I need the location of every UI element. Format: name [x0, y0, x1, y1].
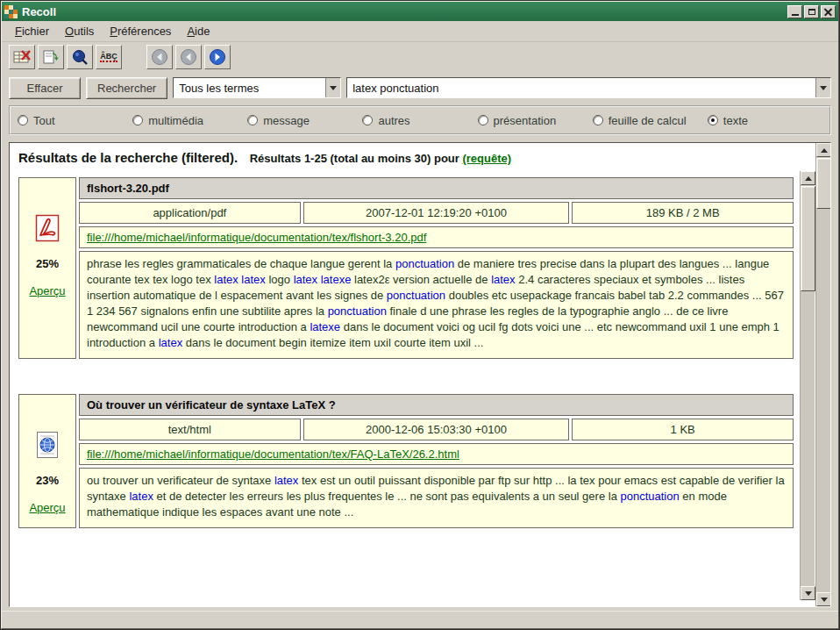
filter-label: présentation — [494, 114, 557, 127]
filter-tout[interactable]: Tout — [18, 114, 132, 127]
summary-range: 1-25 (total au moins 30) pour — [304, 152, 459, 165]
update-index-icon — [42, 49, 60, 65]
result-url[interactable]: file:///home/michael/informatique/docume… — [87, 231, 426, 244]
preview-link[interactable]: Aperçu — [29, 501, 65, 514]
menu-aide[interactable]: Aide — [179, 22, 217, 40]
window-title: Recoll — [22, 5, 783, 18]
titlebar[interactable]: Recoll — [2, 2, 838, 21]
result-url[interactable]: file:///home/michael/informatique/docume… — [87, 447, 459, 461]
doc-icon — [35, 430, 60, 460]
menubar: FichierOutilsPréférencesAide — [2, 21, 838, 42]
radio-selected-icon — [708, 115, 718, 125]
relevance-percent: 25% — [36, 257, 59, 270]
scrollbar-thumb[interactable] — [816, 158, 831, 209]
minimize-icon — [792, 14, 799, 16]
result-list: 25% Aperçu flshort-3.20.pdf application/… — [17, 177, 795, 528]
results-content: Résultats de la recherche (filtered). Ré… — [10, 143, 799, 606]
pdf-icon — [35, 214, 60, 242]
result-meta-row: text/html 2000-12-06 15:03:30 +0100 1 KB — [79, 419, 794, 440]
result-meta-row: application/pdf 2007-12-01 12:19:20 +010… — [79, 202, 794, 224]
doc-size: 189 KB / 2 MB — [572, 202, 794, 224]
mime-type: text/html — [79, 419, 301, 440]
first-page-button[interactable] — [146, 45, 173, 69]
filter-texte[interactable]: texte — [708, 114, 822, 127]
result-side-panel: 25% Aperçu — [18, 177, 76, 359]
start-query-button[interactable] — [67, 45, 93, 69]
scroll-down-icon[interactable] — [801, 586, 815, 600]
toolbar: ÂBÇ — [2, 42, 838, 72]
filter-label: texte — [723, 114, 748, 127]
search-mode-value: Tous les termes — [174, 82, 325, 95]
filter-label: autres — [378, 114, 409, 127]
minimize-button[interactable] — [787, 5, 802, 18]
chevron-down-icon[interactable] — [325, 78, 340, 97]
next-page-button[interactable] — [204, 45, 231, 69]
result-item: 23% Aperçu Où trouver un vérificateur de… — [18, 394, 794, 528]
radio-icon — [593, 115, 603, 125]
search-button[interactable]: Rechercher — [86, 77, 167, 99]
query-combo[interactable] — [346, 77, 831, 98]
start-query-icon — [71, 49, 89, 65]
filter-multimedia[interactable]: multimédia — [132, 114, 247, 127]
result-detail: Où trouver un vérificateur de syntaxe La… — [79, 394, 794, 528]
result-detail: flshort-3.20.pdf application/pdf 2007-12… — [79, 177, 794, 359]
filter-message[interactable]: message — [247, 114, 362, 127]
filter-feuille-de-calcul[interactable]: feuille de calcul — [593, 114, 708, 127]
result-snippet: phrase les regles grammaticales de chaqu… — [79, 251, 794, 359]
filter-autres[interactable]: autres — [362, 114, 477, 127]
term-explorer-button[interactable]: ÂBÇ — [96, 45, 122, 69]
menu-fichier[interactable]: Fichier — [7, 22, 57, 40]
results-pane: Résultats de la recherche (filtered). Ré… — [9, 142, 831, 607]
arrow-left-disabled-icon — [151, 48, 168, 66]
query-input[interactable] — [347, 78, 815, 97]
scrollbar-thumb[interactable] — [801, 186, 815, 291]
filter-label: message — [263, 114, 310, 127]
result-url-cell: file:///home/michael/informatique/docume… — [79, 443, 794, 465]
results-pane-scrollbar[interactable] — [815, 143, 830, 606]
result-url-cell: file:///home/michael/informatique/docume… — [79, 226, 794, 248]
arrow-right-icon — [209, 48, 226, 66]
radio-icon — [132, 115, 143, 125]
close-button[interactable] — [821, 5, 836, 18]
result-side-panel: 23% Aperçu — [18, 394, 76, 528]
mime-type: application/pdf — [79, 202, 301, 224]
result-item: 25% Aperçu flshort-3.20.pdf application/… — [18, 177, 794, 359]
filter-presentation[interactable]: présentation — [478, 114, 593, 127]
results-header: Résultats de la recherche (filtered). Ré… — [17, 148, 795, 174]
chevron-down-icon[interactable] — [815, 78, 830, 97]
arrow-left-disabled-icon — [180, 48, 197, 66]
update-index-button[interactable] — [38, 45, 64, 69]
maximize-icon — [808, 9, 815, 15]
search-mode-select[interactable]: Tous les termes — [173, 77, 341, 98]
filter-label: feuille de calcul — [609, 114, 687, 127]
maximize-button[interactable] — [804, 5, 819, 18]
category-filter-group: Toutmultimédiamessageautresprésentationf… — [9, 105, 831, 135]
clear-search-button[interactable] — [9, 45, 35, 69]
scroll-up-icon[interactable] — [816, 143, 831, 157]
relevance-percent: 23% — [36, 474, 59, 487]
radio-icon — [362, 115, 373, 125]
result-title: Où trouver un vérificateur de syntaxe La… — [79, 394, 794, 416]
scroll-up-icon[interactable] — [801, 171, 815, 185]
recoll-window: Recoll FichierOutilsPréférencesAide — [0, 0, 840, 630]
filter-label: Tout — [33, 114, 55, 127]
results-title: Résultats de la recherche (filtered). — [18, 150, 238, 165]
doc-date: 2000-12-06 15:03:30 +0100 — [303, 419, 570, 440]
radio-icon — [18, 115, 28, 125]
summary-prefix: Résultats — [250, 152, 302, 165]
previous-page-button[interactable] — [175, 45, 202, 69]
result-title: flshort-3.20.pdf — [79, 177, 794, 199]
result-list-scrollbar[interactable] — [800, 171, 815, 600]
doc-size: 1 KB — [572, 419, 794, 440]
close-icon — [824, 8, 832, 16]
query-link[interactable]: (requête) — [462, 152, 511, 165]
search-bar: Effacer Rechercher Tous les termes — [2, 72, 838, 104]
clear-button[interactable]: Effacer — [9, 77, 81, 99]
menu-preferences[interactable]: Préférences — [102, 22, 179, 40]
recoll-app-icon — [4, 5, 18, 18]
filter-label: multimédia — [148, 114, 203, 127]
scroll-down-icon[interactable] — [816, 592, 831, 606]
preview-link[interactable]: Aperçu — [29, 284, 65, 297]
term-explorer-icon: ÂBÇ — [100, 52, 117, 62]
menu-outils[interactable]: Outils — [57, 22, 102, 40]
